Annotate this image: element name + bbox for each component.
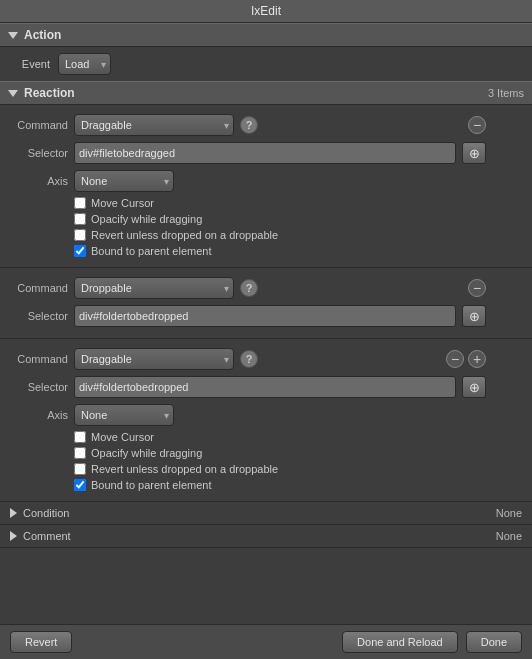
done-button[interactable]: Done xyxy=(466,631,522,653)
reaction1-move-cursor-checkbox[interactable] xyxy=(74,197,86,209)
reaction3-command-select[interactable]: Draggable xyxy=(74,348,234,370)
reaction1-command-select-wrapper[interactable]: Draggable xyxy=(74,114,234,136)
reaction3-move-cursor-checkbox[interactable] xyxy=(74,431,86,443)
reaction2-target-btn[interactable]: ⊕ xyxy=(462,305,486,327)
action-triangle-icon xyxy=(8,32,18,39)
reaction3-command-row: Command Draggable ? − + xyxy=(0,345,496,373)
comment-value: None xyxy=(496,530,522,542)
reaction-label: Reaction xyxy=(24,86,75,100)
reaction3-selector-label: Selector xyxy=(10,381,68,393)
reaction1-checkbox4-row: Bound to parent element xyxy=(0,243,496,259)
event-label: Event xyxy=(10,58,50,70)
revert-button[interactable]: Revert xyxy=(10,631,72,653)
reaction1-checkbox1-row: Move Cursor xyxy=(0,195,496,211)
reaction1-move-cursor-label: Move Cursor xyxy=(91,197,154,209)
reaction3-move-cursor-label: Move Cursor xyxy=(91,431,154,443)
reaction1-revert-label: Revert unless dropped on a droppable xyxy=(91,229,278,241)
reaction3-axis-select-wrapper[interactable]: None xyxy=(74,404,174,426)
condition-value: None xyxy=(496,507,522,519)
reaction3-bound-checkbox[interactable] xyxy=(74,479,86,491)
reaction1-command-select[interactable]: Draggable xyxy=(74,114,234,136)
reaction2-command-select[interactable]: Droppable xyxy=(74,277,234,299)
reaction3-axis-select[interactable]: None xyxy=(74,404,174,426)
reaction2-selector-input[interactable] xyxy=(74,305,456,327)
reaction3-bound-label: Bound to parent element xyxy=(91,479,211,491)
comment-triangle-icon xyxy=(10,531,17,541)
reaction1-opacify-label: Opacify while dragging xyxy=(91,213,202,225)
reaction1-checkbox2-row: Opacify while dragging xyxy=(0,211,496,227)
reaction1-command-row: Command Draggable ? − xyxy=(0,111,496,139)
reaction2-selector-row: Selector ⊕ xyxy=(0,302,496,330)
reaction1-axis-label: Axis xyxy=(10,175,68,187)
app-title: IxEdit xyxy=(251,4,281,18)
reaction3-help-icon[interactable]: ? xyxy=(240,350,258,368)
event-row: Event Load xyxy=(0,47,532,81)
reaction3-checkbox3-row: Revert unless dropped on a droppable xyxy=(0,461,496,477)
reaction-block-1: Command Draggable ? − Selector ⊕ Axis No… xyxy=(0,105,532,268)
condition-label: Condition xyxy=(23,507,69,519)
reaction3-checkbox1-row: Move Cursor xyxy=(0,429,496,445)
action-section-header: Action xyxy=(0,23,532,47)
reaction3-revert-checkbox[interactable] xyxy=(74,463,86,475)
reaction1-checkbox3-row: Revert unless dropped on a droppable xyxy=(0,227,496,243)
reaction3-command-label: Command xyxy=(10,353,68,365)
reaction3-plus-btn[interactable]: + xyxy=(468,350,486,368)
action-label: Action xyxy=(24,28,61,42)
reaction3-axis-label: Axis xyxy=(10,409,68,421)
reaction2-command-row: Command Droppable ? − xyxy=(0,274,496,302)
reaction3-command-select-wrapper[interactable]: Draggable xyxy=(74,348,234,370)
main-content: Action Event Load Reaction 3 Items Comma… xyxy=(0,23,532,615)
reaction3-opacify-label: Opacify while dragging xyxy=(91,447,202,459)
condition-triangle-icon xyxy=(10,508,17,518)
comment-row: Comment None xyxy=(0,525,532,548)
title-bar: IxEdit xyxy=(0,0,532,23)
reaction1-axis-select-wrapper[interactable]: None xyxy=(74,170,174,192)
reaction3-axis-row: Axis None xyxy=(0,401,496,429)
reaction-count: 3 Items xyxy=(488,87,524,99)
reaction-block-2: Command Droppable ? − Selector ⊕ xyxy=(0,268,532,339)
reaction1-bound-checkbox[interactable] xyxy=(74,245,86,257)
reaction3-checkbox4-row: Bound to parent element xyxy=(0,477,496,493)
reaction1-axis-select[interactable]: None xyxy=(74,170,174,192)
bottom-bar: Revert Done and Reload Done xyxy=(0,624,532,659)
reaction2-command-select-wrapper[interactable]: Droppable xyxy=(74,277,234,299)
event-select[interactable]: Load xyxy=(58,53,111,75)
reaction-section-header: Reaction 3 Items xyxy=(0,81,532,105)
reaction1-help-icon[interactable]: ? xyxy=(240,116,258,134)
done-reload-button[interactable]: Done and Reload xyxy=(342,631,458,653)
reaction2-command-label: Command xyxy=(10,282,68,294)
reaction1-bound-label: Bound to parent element xyxy=(91,245,211,257)
reaction3-target-btn[interactable]: ⊕ xyxy=(462,376,486,398)
reaction1-minus-btn[interactable]: − xyxy=(468,116,486,134)
reaction2-selector-label: Selector xyxy=(10,310,68,322)
reaction3-checkbox2-row: Opacify while dragging xyxy=(0,445,496,461)
reaction1-selector-row: Selector ⊕ xyxy=(0,139,496,167)
condition-row: Condition None xyxy=(0,502,532,525)
comment-label: Comment xyxy=(23,530,71,542)
reaction1-selector-input[interactable] xyxy=(74,142,456,164)
reaction1-opacify-checkbox[interactable] xyxy=(74,213,86,225)
reaction1-target-btn[interactable]: ⊕ xyxy=(462,142,486,164)
reaction3-selector-row: Selector ⊕ xyxy=(0,373,496,401)
reaction1-revert-checkbox[interactable] xyxy=(74,229,86,241)
reaction-triangle-icon xyxy=(8,90,18,97)
reaction1-selector-label: Selector xyxy=(10,147,68,159)
reaction1-axis-row: Axis None xyxy=(0,167,496,195)
reaction2-minus-btn[interactable]: − xyxy=(468,279,486,297)
reaction3-minus-btn[interactable]: − xyxy=(446,350,464,368)
reaction1-command-label: Command xyxy=(10,119,68,131)
reaction2-help-icon[interactable]: ? xyxy=(240,279,258,297)
event-select-wrapper[interactable]: Load xyxy=(58,53,111,75)
reaction-block-3: Command Draggable ? − + Selector ⊕ Axis … xyxy=(0,339,532,502)
reaction3-opacify-checkbox[interactable] xyxy=(74,447,86,459)
reaction3-selector-input[interactable] xyxy=(74,376,456,398)
reaction3-revert-label: Revert unless dropped on a droppable xyxy=(91,463,278,475)
